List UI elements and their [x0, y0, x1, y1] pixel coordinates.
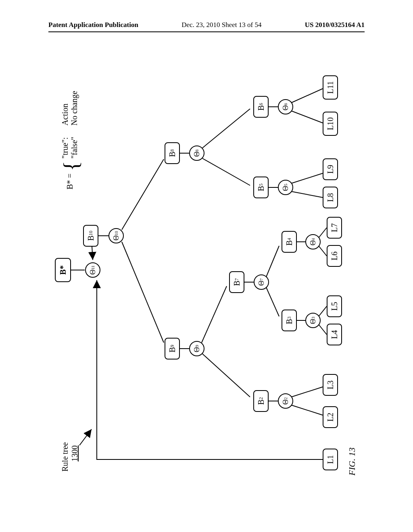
legend-lhs: B* = — [65, 173, 75, 189]
leaf-l11: L11 — [323, 75, 338, 100]
op-theta-2: Θ2 — [278, 393, 293, 409]
header-right: US 2010/0325164 A1 — [305, 21, 365, 29]
b10-txt: B — [86, 235, 96, 241]
b9-txt: B — [168, 347, 177, 352]
brace-icon: { — [63, 161, 79, 171]
b2-sub: 2 — [259, 397, 264, 399]
b5-sub: 5 — [259, 183, 264, 186]
node-b8: B8 — [165, 142, 180, 164]
page-header: Patent Application Publication Dec. 23, … — [0, 21, 413, 32]
b6-sub: 6 — [259, 103, 264, 105]
node-b-star-text: B* — [58, 265, 68, 274]
node-b5: B5 — [253, 177, 269, 198]
leaf-l5: L5 — [327, 295, 342, 317]
svg-line-26 — [291, 173, 323, 183]
svg-line-29 — [79, 429, 92, 445]
svg-line-12 — [266, 287, 279, 316]
svg-line-3 — [122, 242, 164, 343]
theta-6-sub: 6 — [284, 103, 288, 105]
figure-label: FIG. 13 — [347, 447, 357, 476]
leaf-l6: L6 — [327, 245, 342, 267]
svg-line-10 — [202, 109, 250, 148]
svg-line-13 — [266, 246, 279, 277]
op-theta-8: Θ8 — [189, 145, 204, 161]
theta-11-sub: 11 — [91, 265, 95, 269]
op-theta-7: Θ7 — [254, 274, 269, 290]
svg-line-23 — [319, 246, 327, 256]
theta-9-sub: 9 — [195, 345, 199, 347]
theta-4-sub: 4 — [311, 238, 315, 240]
leaf-l8: L8 — [323, 187, 338, 208]
node-b7: B7 — [229, 271, 244, 293]
leaf-l9: L9 — [323, 158, 338, 180]
op-theta-5: Θ5 — [278, 180, 293, 195]
b4-sub: 4 — [287, 238, 292, 240]
op-theta-11: Θ11 — [85, 262, 100, 278]
leaf-l2: L2 — [323, 406, 338, 428]
leaf-l4: L4 — [327, 324, 342, 345]
header-divider — [48, 31, 365, 32]
svg-line-21 — [319, 324, 327, 335]
svg-line-25 — [291, 191, 323, 197]
svg-line-4 — [122, 159, 164, 230]
svg-line-19 — [291, 405, 323, 415]
op-theta-10: Θ10 — [108, 228, 124, 243]
legend: B* = { "true":Action "false"No change — [60, 60, 79, 189]
leaf-l3: L3 — [323, 374, 338, 396]
node-b6: B6 — [253, 96, 269, 118]
svg-line-24 — [319, 228, 327, 238]
op-theta-4: Θ4 — [305, 234, 321, 249]
node-b3: B3 — [282, 310, 297, 331]
op-theta-3: Θ3 — [305, 313, 321, 328]
b3-txt: B — [285, 319, 294, 324]
theta-10-sub: 10 — [114, 231, 119, 235]
rule-tree-title: Rule tree — [60, 442, 70, 472]
theta-7-sub: 7 — [259, 278, 264, 281]
legend-true-key: "true": — [60, 130, 70, 158]
node-b10: B10 — [83, 225, 98, 247]
leaf-l7: L7 — [327, 217, 342, 239]
b8-sub: 8 — [170, 149, 175, 152]
b8-txt: B — [168, 152, 177, 157]
svg-line-28 — [291, 89, 323, 103]
node-b9: B9 — [165, 338, 180, 360]
legend-false-key: "false" — [70, 130, 79, 158]
theta-8-sub: 8 — [195, 150, 199, 152]
theta-2-sub: 2 — [284, 397, 288, 399]
header-left: Patent Application Publication — [48, 21, 138, 29]
leaf-l1: L1 — [323, 449, 338, 470]
legend-true-val: Action — [60, 104, 70, 125]
svg-line-8 — [202, 286, 227, 343]
theta-3-sub: 3 — [311, 317, 315, 319]
op-theta-9: Θ9 — [189, 341, 204, 356]
legend-false-val: No change — [70, 91, 79, 125]
svg-line-0 — [92, 247, 93, 260]
svg-line-22 — [319, 306, 327, 316]
b9-sub: 9 — [170, 345, 175, 347]
b10-sub: 10 — [88, 231, 94, 236]
theta-5-sub: 5 — [284, 184, 288, 186]
op-theta-6: Θ6 — [278, 99, 293, 114]
header-mid: Dec. 23, 2010 Sheet 13 of 54 — [181, 21, 261, 29]
b7-sub: 7 — [234, 278, 240, 281]
svg-line-9 — [202, 158, 250, 185]
svg-line-20 — [291, 387, 323, 397]
node-b2: B2 — [253, 390, 269, 412]
rule-tree-ref: 1300 — [70, 445, 79, 461]
svg-line-7 — [202, 354, 250, 397]
node-b-star: B* — [55, 258, 71, 282]
svg-line-27 — [291, 111, 323, 123]
b6-txt: B — [257, 105, 266, 110]
b7-txt: B — [232, 281, 242, 286]
b2-txt: B — [257, 399, 266, 405]
node-b4: B4 — [282, 231, 297, 253]
b5-txt: B — [257, 186, 266, 191]
figure-canvas: Rule tree 1300 FIG. 13 B* Θ11 B10 Θ10 B9… — [44, 56, 367, 484]
b4-txt: B — [285, 240, 294, 245]
b3-sub: 3 — [287, 316, 292, 319]
leaf-l10: L10 — [323, 112, 338, 136]
